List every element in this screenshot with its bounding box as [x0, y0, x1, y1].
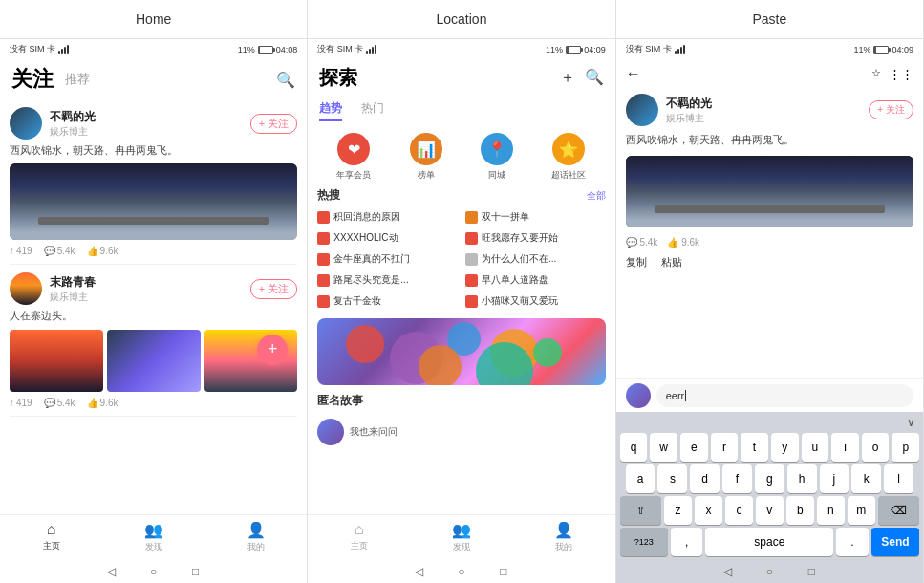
key-v[interactable]: v: [756, 496, 784, 525]
key-d[interactable]: d: [690, 464, 720, 493]
location-nav-home[interactable]: ⌂ 主页: [308, 521, 410, 553]
key-n[interactable]: n: [817, 496, 845, 525]
icon-vip[interactable]: ❤ 年享会员: [336, 133, 371, 182]
key-send[interactable]: Send: [871, 528, 919, 556]
key-k[interactable]: k: [851, 464, 881, 493]
add-icon[interactable]: ＋: [560, 68, 575, 88]
paste-battery-icon: [873, 46, 889, 54]
hot-all-link[interactable]: 全部: [587, 189, 606, 203]
follow-btn-2[interactable]: + 关注: [250, 279, 297, 299]
paste-button[interactable]: 粘贴: [661, 255, 682, 270]
hot-item-2[interactable]: XXXXHOLIC动: [317, 228, 458, 248]
home-search-icon[interactable]: 🔍: [276, 71, 295, 89]
icon-community[interactable]: ⭐ 超话社区: [551, 133, 586, 182]
location-android-home[interactable]: ○: [455, 565, 468, 578]
tab-hot[interactable]: 热门: [361, 100, 384, 121]
location-tabs: 趋势 热门: [308, 97, 614, 127]
key-c[interactable]: c: [725, 496, 753, 525]
key-q[interactable]: q: [620, 433, 648, 462]
paste-android-recents[interactable]: □: [805, 565, 818, 578]
like-action-2[interactable]: 👍 9.6k: [87, 398, 118, 408]
like-action-1[interactable]: 👍 9.6k: [87, 246, 118, 256]
key-delete[interactable]: ⌫: [878, 496, 919, 525]
key-space[interactable]: space: [705, 528, 833, 556]
paste-android-back[interactable]: ◁: [720, 565, 734, 578]
key-g[interactable]: g: [755, 464, 784, 493]
key-a[interactable]: a: [626, 464, 655, 493]
hot-item-5[interactable]: 为什么人们不在...: [465, 249, 606, 269]
hot-item-9[interactable]: 小猫咪又萌又爱玩: [465, 292, 606, 311]
key-comma[interactable]: ,: [671, 528, 702, 556]
comment-action-2[interactable]: 💬 5.4k: [44, 398, 75, 408]
key-y[interactable]: y: [771, 433, 799, 462]
key-period[interactable]: .: [836, 528, 868, 556]
key-m[interactable]: m: [848, 496, 875, 525]
hot-item-8[interactable]: 复古千金妆: [317, 292, 458, 311]
hot-badge-1: [465, 211, 478, 224]
share-action-1[interactable]: ↑ 419: [10, 246, 32, 256]
anon-story-item[interactable]: 我也来问问: [317, 415, 605, 449]
location-battery-pct: 11%: [546, 45, 563, 54]
paste-battery-pct: 11%: [853, 45, 870, 54]
location-android-back[interactable]: ◁: [413, 565, 426, 578]
key-t[interactable]: t: [741, 433, 768, 462]
key-j[interactable]: j: [820, 464, 849, 493]
key-s[interactable]: s: [657, 464, 687, 493]
star-icon[interactable]: ☆: [871, 67, 881, 81]
location-nav-profile[interactable]: 👤 我的: [513, 521, 615, 553]
hot-item-7[interactable]: 早八单人道路盘: [465, 270, 606, 290]
paste-android-home[interactable]: ○: [763, 565, 776, 578]
hot-text-5: 为什么人们不在...: [482, 252, 556, 266]
location-profile-icon: 👤: [554, 521, 573, 539]
hot-item-3[interactable]: 旺我愿存又要开始: [465, 228, 606, 248]
icon-chart[interactable]: 📊 榜单: [410, 133, 442, 182]
key-e[interactable]: e: [680, 433, 708, 462]
key-o[interactable]: o: [862, 433, 890, 462]
key-l[interactable]: l: [884, 464, 913, 493]
key-r[interactable]: r: [711, 433, 739, 462]
icon-city[interactable]: 📍 同城: [481, 133, 513, 182]
android-back[interactable]: ◁: [105, 565, 118, 578]
paste-user-tag: 娱乐博主: [666, 112, 862, 125]
key-z[interactable]: z: [664, 496, 692, 525]
key-numbers[interactable]: ?123: [620, 528, 668, 556]
key-f[interactable]: f: [722, 464, 752, 493]
paste-like-action[interactable]: 👍 9.6k: [667, 237, 699, 248]
paste-comment-action[interactable]: 💬 5.4k: [626, 237, 658, 248]
fab-button[interactable]: +: [257, 335, 288, 365]
paste-post-content: 不羁的光 娱乐博主 + 关注 西风吹锦水，朝天路、冉冉两鬼飞。 💬 5.4k 👍…: [616, 88, 923, 378]
back-button[interactable]: ←: [626, 65, 641, 82]
comment-action-1[interactable]: 💬 5.4k: [44, 246, 75, 256]
hot-item-4[interactable]: 金牛座真的不扛门: [317, 249, 458, 269]
hot-item-6[interactable]: 路尾尽头究竟是...: [317, 270, 458, 290]
follow-btn-1[interactable]: + 关注: [250, 114, 297, 134]
comment-input-field[interactable]: eerr: [656, 384, 913, 407]
key-x[interactable]: x: [695, 496, 722, 525]
share-action-2[interactable]: ↑ 419: [10, 398, 32, 408]
copy-button[interactable]: 复制: [626, 255, 647, 270]
tab-trends[interactable]: 趋势: [319, 100, 342, 121]
paste-follow-btn[interactable]: + 关注: [869, 100, 913, 119]
home-nav-profile[interactable]: 👤 我的: [204, 521, 307, 553]
location-android-recents[interactable]: □: [497, 565, 510, 578]
home-nav-discover[interactable]: 👥 发现: [102, 521, 204, 553]
key-p[interactable]: p: [892, 433, 919, 462]
key-h[interactable]: h: [787, 464, 817, 493]
key-shift[interactable]: ⇧: [620, 496, 661, 525]
home-nav-home[interactable]: ⌂ 主页: [0, 521, 102, 553]
location-no-sim: 没有 SIM 卡: [317, 43, 363, 55]
location-search-icon[interactable]: 🔍: [585, 68, 604, 88]
profile-icon: 👤: [247, 521, 266, 539]
android-home[interactable]: ○: [147, 565, 161, 578]
hot-item-1[interactable]: 双十一拼单: [465, 207, 606, 227]
key-b[interactable]: b: [786, 496, 814, 525]
feed-image-1: [10, 163, 297, 240]
more-icon[interactable]: ⋮⋮: [889, 67, 913, 81]
key-w[interactable]: w: [650, 433, 677, 462]
key-i[interactable]: i: [831, 433, 859, 462]
key-u[interactable]: u: [802, 433, 829, 462]
location-nav-discover[interactable]: 👥 发现: [410, 521, 512, 553]
android-recents[interactable]: □: [189, 565, 203, 578]
keyboard-chevron-icon[interactable]: ∨: [907, 416, 915, 429]
hot-item-0[interactable]: 积回消息的原因: [317, 207, 458, 227]
